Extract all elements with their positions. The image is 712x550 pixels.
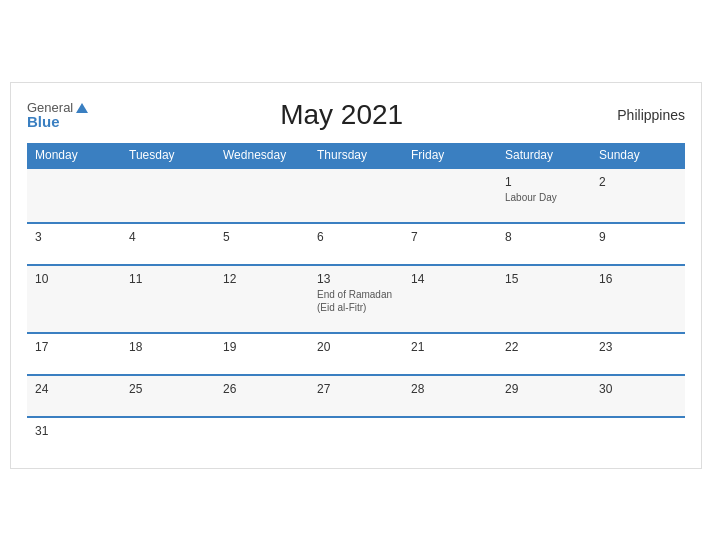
calendar-cell (591, 417, 685, 458)
calendar-cell: 13End of Ramadan (Eid al-Fitr) (309, 265, 403, 333)
week-row-3: 10111213End of Ramadan (Eid al-Fitr)1415… (27, 265, 685, 333)
calendar-cell: 25 (121, 375, 215, 417)
calendar-cell: 3 (27, 223, 121, 265)
day-number: 14 (411, 272, 489, 286)
day-number: 18 (129, 340, 207, 354)
day-number: 6 (317, 230, 395, 244)
day-number: 1 (505, 175, 583, 189)
calendar-cell: 26 (215, 375, 309, 417)
weekday-header-sunday: Sunday (591, 143, 685, 168)
calendar-cell (497, 417, 591, 458)
weekday-header-wednesday: Wednesday (215, 143, 309, 168)
calendar-cell: 4 (121, 223, 215, 265)
week-row-6: 31 (27, 417, 685, 458)
calendar-cell: 31 (27, 417, 121, 458)
calendar-cell: 27 (309, 375, 403, 417)
day-number: 19 (223, 340, 301, 354)
logo: General Blue (27, 101, 88, 129)
calendar-cell: 8 (497, 223, 591, 265)
day-number: 25 (129, 382, 207, 396)
calendar-cell (309, 168, 403, 223)
calendar-cell: 14 (403, 265, 497, 333)
calendar-cell: 2 (591, 168, 685, 223)
day-number: 26 (223, 382, 301, 396)
calendar-cell: 19 (215, 333, 309, 375)
day-number: 4 (129, 230, 207, 244)
day-number: 2 (599, 175, 677, 189)
calendar-cell: 23 (591, 333, 685, 375)
day-number: 24 (35, 382, 113, 396)
calendar-cell: 20 (309, 333, 403, 375)
day-number: 20 (317, 340, 395, 354)
day-number: 7 (411, 230, 489, 244)
calendar-cell: 7 (403, 223, 497, 265)
day-number: 15 (505, 272, 583, 286)
calendar-cell: 11 (121, 265, 215, 333)
day-number: 27 (317, 382, 395, 396)
calendar-cell (121, 417, 215, 458)
day-number: 17 (35, 340, 113, 354)
calendar-cell: 9 (591, 223, 685, 265)
day-number: 11 (129, 272, 207, 286)
day-number: 9 (599, 230, 677, 244)
calendar-cell (403, 168, 497, 223)
weekday-header-tuesday: Tuesday (121, 143, 215, 168)
weekday-header-thursday: Thursday (309, 143, 403, 168)
calendar-cell (121, 168, 215, 223)
country-label: Philippines (595, 107, 685, 123)
calendar-cell: 12 (215, 265, 309, 333)
calendar-cell: 15 (497, 265, 591, 333)
logo-blue-text: Blue (27, 114, 60, 129)
week-row-2: 3456789 (27, 223, 685, 265)
weekday-header-friday: Friday (403, 143, 497, 168)
calendar-cell: 30 (591, 375, 685, 417)
day-number: 5 (223, 230, 301, 244)
week-row-4: 17181920212223 (27, 333, 685, 375)
calendar-cell (309, 417, 403, 458)
day-number: 28 (411, 382, 489, 396)
day-number: 23 (599, 340, 677, 354)
month-title: May 2021 (88, 99, 595, 131)
calendar-cell: 17 (27, 333, 121, 375)
calendar-cell (215, 417, 309, 458)
calendar-cell: 22 (497, 333, 591, 375)
weekday-header-saturday: Saturday (497, 143, 591, 168)
calendar-cell: 1Labour Day (497, 168, 591, 223)
calendar-cell: 16 (591, 265, 685, 333)
calendar-cell: 29 (497, 375, 591, 417)
calendar-cell (215, 168, 309, 223)
weekday-header-row: MondayTuesdayWednesdayThursdayFridaySatu… (27, 143, 685, 168)
day-number: 22 (505, 340, 583, 354)
day-number: 29 (505, 382, 583, 396)
calendar-cell (403, 417, 497, 458)
holiday-name: Labour Day (505, 191, 583, 204)
calendar-cell (27, 168, 121, 223)
logo-triangle-icon (76, 103, 88, 113)
day-number: 31 (35, 424, 113, 438)
day-number: 3 (35, 230, 113, 244)
calendar-table: MondayTuesdayWednesdayThursdayFridaySatu… (27, 143, 685, 458)
day-number: 12 (223, 272, 301, 286)
week-row-1: 1Labour Day2 (27, 168, 685, 223)
day-number: 21 (411, 340, 489, 354)
calendar-cell: 5 (215, 223, 309, 265)
calendar-header: General Blue May 2021 Philippines (27, 99, 685, 131)
day-number: 30 (599, 382, 677, 396)
holiday-name: End of Ramadan (Eid al-Fitr) (317, 288, 395, 314)
calendar-cell: 24 (27, 375, 121, 417)
calendar-cell: 21 (403, 333, 497, 375)
day-number: 16 (599, 272, 677, 286)
calendar-container: General Blue May 2021 Philippines Monday… (10, 82, 702, 469)
day-number: 10 (35, 272, 113, 286)
week-row-5: 24252627282930 (27, 375, 685, 417)
weekday-header-monday: Monday (27, 143, 121, 168)
day-number: 8 (505, 230, 583, 244)
calendar-cell: 10 (27, 265, 121, 333)
calendar-cell: 18 (121, 333, 215, 375)
day-number: 13 (317, 272, 395, 286)
logo-general-text: General (27, 101, 88, 114)
calendar-cell: 6 (309, 223, 403, 265)
calendar-cell: 28 (403, 375, 497, 417)
